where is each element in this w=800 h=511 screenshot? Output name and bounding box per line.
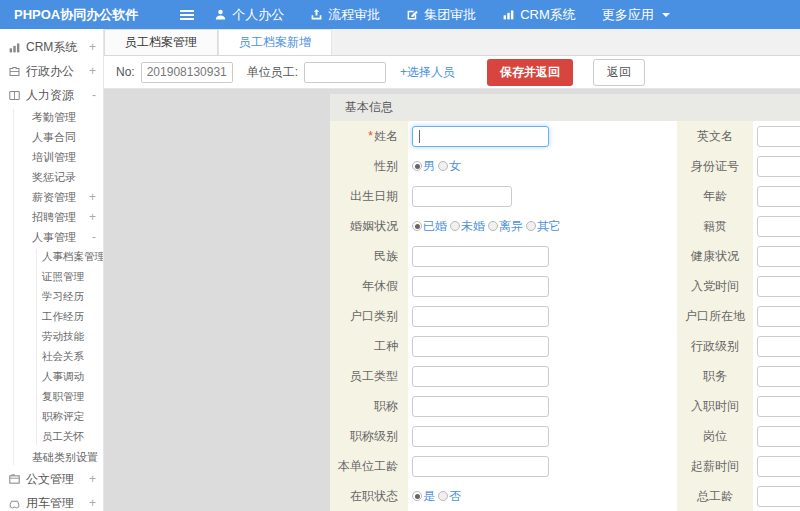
text-input[interactable] [757, 156, 800, 177]
radio-option-label[interactable]: 未婚 [461, 218, 485, 235]
employee-input[interactable] [304, 62, 386, 83]
radio-button[interactable] [450, 221, 460, 231]
sidebar-item[interactable]: 复职管理 [0, 387, 103, 407]
text-input[interactable] [412, 126, 549, 147]
expand-icon[interactable]: + [89, 64, 96, 78]
input-wrap [412, 366, 549, 387]
text-input[interactable] [757, 126, 800, 147]
form-label: 英文名 [677, 121, 753, 151]
sidebar-item[interactable]: 职称评定 [0, 407, 103, 427]
form-field-cell [753, 181, 800, 211]
expand-icon[interactable]: + [89, 472, 96, 486]
sidebar-item[interactable]: 劳动技能 [0, 327, 103, 347]
app-window: PHPOA协同办公软件 个人办公流程审批集团审批CRM系统更多应用 CRM系统+… [0, 0, 800, 511]
sidebar-item[interactable]: 人事管理- [0, 227, 103, 247]
form-row: 户口类别户口所在地 [330, 301, 800, 331]
sidebar-item[interactable]: 用车管理+ [0, 491, 103, 511]
radio-button[interactable] [412, 491, 422, 501]
text-input[interactable] [412, 306, 549, 327]
sidebar-item[interactable]: 人力资源- [0, 83, 103, 107]
nav-item[interactable]: 更多应用 [602, 6, 670, 24]
text-input[interactable] [412, 396, 549, 417]
text-input[interactable] [412, 336, 549, 357]
no-input[interactable] [141, 62, 233, 83]
sidebar-item[interactable]: 行政办公+ [0, 59, 103, 83]
text-input[interactable] [412, 276, 549, 297]
text-input[interactable] [757, 486, 800, 507]
save-and-return-button[interactable]: 保存并返回 [487, 59, 573, 86]
text-input[interactable] [757, 246, 800, 267]
sidebar-item[interactable]: 员工关怀 [0, 427, 103, 447]
form-label-text: 在职状态 [350, 488, 398, 505]
expand-icon[interactable]: + [89, 210, 96, 224]
radio-option-label[interactable]: 女 [449, 158, 461, 175]
form-row: 工种行政级别 [330, 331, 800, 361]
sidebar-item[interactable]: 人事调动 [0, 367, 103, 387]
sidebar-item-label: 职称评定 [42, 410, 84, 424]
radio-option-label[interactable]: 是 [423, 488, 435, 505]
radio-option-label[interactable]: 其它 [537, 218, 561, 235]
sidebar-item[interactable]: 社会关系 [0, 347, 103, 367]
sidebar-item[interactable]: 基础类别设置+ [0, 447, 103, 467]
tab-employee-archive-list[interactable]: 员工档案管理 [104, 29, 218, 55]
radio-option-label[interactable]: 已婚 [423, 218, 447, 235]
text-input[interactable] [757, 396, 800, 417]
collapse-icon[interactable]: - [92, 230, 96, 244]
collapse-icon[interactable]: - [92, 88, 96, 102]
nav-item[interactable]: CRM系统 [502, 6, 576, 24]
nav-item[interactable]: 流程审批 [310, 6, 380, 24]
nav-item[interactable]: 集团审批 [406, 6, 476, 24]
radio-button[interactable] [526, 221, 536, 231]
nav-item[interactable]: 个人办公 [214, 6, 284, 24]
radio-button[interactable] [438, 161, 448, 171]
expand-icon[interactable]: + [89, 450, 96, 464]
radio-button[interactable] [438, 491, 448, 501]
text-input[interactable] [412, 366, 549, 387]
form-label-text: 民族 [374, 248, 398, 265]
radio-option-label[interactable]: 男 [423, 158, 435, 175]
sidebar-item[interactable]: 人事合同 [0, 127, 103, 147]
text-input[interactable] [757, 276, 800, 297]
expand-icon[interactable]: + [89, 496, 96, 510]
text-input[interactable] [757, 186, 800, 207]
text-input[interactable] [757, 456, 800, 477]
radio-group: 已婚未婚离异其它 [412, 218, 564, 235]
expand-icon[interactable]: + [89, 190, 96, 204]
sidebar-item[interactable]: 公文管理+ [0, 467, 103, 491]
sidebar-item[interactable]: 学习经历 [0, 287, 103, 307]
text-input[interactable] [757, 426, 800, 447]
form-label: 健康状况 [677, 241, 753, 271]
text-input[interactable] [412, 186, 512, 207]
sidebar-item[interactable]: 招聘管理+ [0, 207, 103, 227]
form-label: 入职时间 [677, 391, 753, 421]
expand-icon[interactable]: + [89, 40, 96, 54]
sidebar-item-label: 员工关怀 [42, 430, 84, 444]
radio-button[interactable] [488, 221, 498, 231]
text-input[interactable] [412, 426, 549, 447]
text-input[interactable] [757, 306, 800, 327]
sidebar-item[interactable]: 培训管理 [0, 147, 103, 167]
return-button[interactable]: 返回 [593, 59, 645, 86]
sidebar-item[interactable]: 考勤管理 [0, 107, 103, 127]
radio-option-label[interactable]: 离异 [499, 218, 523, 235]
sidebar-item[interactable]: 奖惩记录 [0, 167, 103, 187]
sidebar-item[interactable]: 人事档案管理 [0, 247, 103, 267]
tab-employee-archive-new[interactable]: 员工档案新增 [218, 29, 332, 55]
form-row: 本单位工龄起薪时间 [330, 451, 800, 481]
menu-toggle-icon[interactable] [180, 10, 194, 20]
sidebar-item[interactable]: 薪资管理+ [0, 187, 103, 207]
form-field-cell [753, 361, 800, 391]
sidebar-item-label: CRM系统 [26, 39, 77, 56]
text-input[interactable] [757, 216, 800, 237]
radio-option-label[interactable]: 否 [449, 488, 461, 505]
radio-button[interactable] [412, 221, 422, 231]
select-person-link[interactable]: +选择人员 [400, 64, 455, 81]
sidebar-item[interactable]: CRM系统+ [0, 35, 103, 59]
radio-button[interactable] [412, 161, 422, 171]
text-input[interactable] [757, 366, 800, 387]
text-input[interactable] [412, 456, 549, 477]
text-input[interactable] [757, 336, 800, 357]
text-input[interactable] [412, 246, 549, 267]
sidebar-item[interactable]: 工作经历 [0, 307, 103, 327]
sidebar-item[interactable]: 证照管理 [0, 267, 103, 287]
